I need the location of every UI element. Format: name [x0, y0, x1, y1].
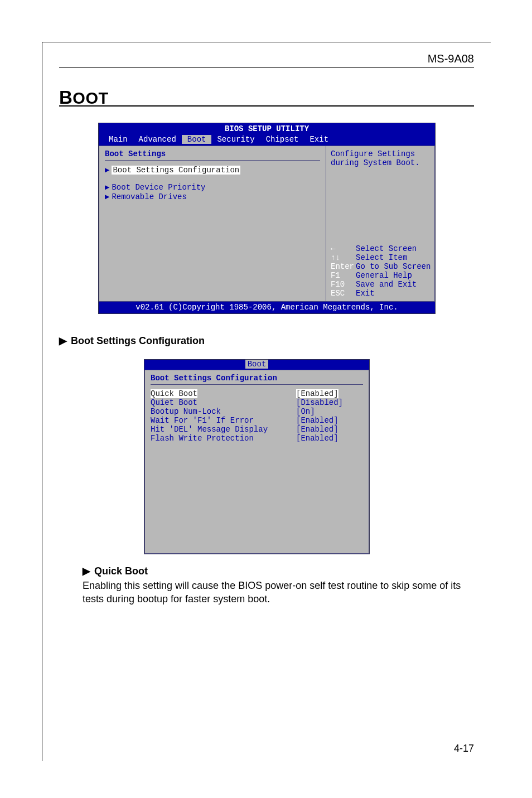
row-value: [On] — [296, 407, 363, 416]
bios-tab-main[interactable]: Main — [103, 135, 133, 144]
bios2-row[interactable]: Wait For 'F1' If Error [Enabled] — [151, 416, 363, 425]
key-row: ↑↓Select Item — [331, 253, 430, 262]
row-label: Quick Boot — [151, 389, 197, 398]
row-label: Bootup Num-Lock — [151, 407, 296, 416]
triangle-icon: ▶ — [105, 183, 109, 192]
triangle-icon: ▶ — [105, 166, 109, 175]
bios-help-text: Configure Settings during System Boot. — [331, 149, 430, 167]
key-desc: Select Screen — [356, 244, 417, 253]
bios-footer: v02.61 (C)Copyright 1985-2006, American … — [99, 302, 435, 313]
key-row: ←Select Screen — [331, 244, 430, 253]
row-value: [Enabled] — [296, 434, 363, 443]
row-label: Flash Write Protection — [151, 434, 296, 443]
key-row: EnterGo to Sub Screen — [331, 262, 430, 271]
row-value: [Disabled] — [296, 398, 363, 407]
spacer — [105, 175, 320, 182]
key-symbol: Enter — [331, 262, 356, 271]
key-desc: Select Item — [356, 253, 407, 262]
header-rule — [59, 67, 474, 68]
key-symbol: ↑↓ — [331, 253, 356, 262]
bios-tab-boot[interactable]: Boot — [182, 135, 212, 144]
subsection-title: Boot Settings Configuration — [71, 335, 205, 346]
subsection-heading: ▶ Boot Settings Configuration — [59, 335, 205, 347]
bios-screenshot-main: BIOS SETUP UTILITY Main Advanced Boot Se… — [98, 123, 436, 314]
key-row: ESCExit — [331, 289, 430, 298]
bios-title: BIOS SETUP UTILITY — [99, 123, 435, 134]
row-value: [Enabled] — [296, 389, 338, 398]
bios-tab-advanced[interactable]: Advanced — [133, 135, 182, 144]
key-desc: Exit — [356, 289, 375, 298]
triangle-icon: ▶ — [83, 565, 90, 577]
key-symbol: F10 — [331, 280, 356, 289]
triangle-icon: ▶ — [105, 192, 109, 201]
bios2-row[interactable]: Bootup Num-Lock [On] — [151, 407, 363, 416]
bios2-row[interactable]: Flash Write Protection [Enabled] — [151, 434, 363, 443]
key-symbol: ESC — [331, 289, 356, 298]
bios-left-pane: Boot Settings ▶Boot Settings Configurati… — [99, 146, 326, 302]
bios-item-label: Removable Drives — [112, 192, 186, 201]
bios2-tab-row: Boot — [144, 360, 369, 370]
key-row: F1General Help — [331, 271, 430, 280]
key-desc: Go to Sub Screen — [356, 262, 431, 271]
key-symbol: ← — [331, 244, 356, 253]
bios2-heading: Boot Settings Configuration — [151, 374, 363, 383]
bios2-row[interactable]: Hit 'DEL' Message Display [Enabled] — [151, 425, 363, 434]
row-label: Hit 'DEL' Message Display — [151, 425, 296, 434]
row-label: Quiet Boot — [151, 398, 296, 407]
row-value: [Enabled] — [296, 416, 363, 425]
bios-menu-item[interactable]: ▶Boot Device Priority — [105, 182, 320, 192]
subsection-heading: ▶ Quick Boot — [83, 565, 148, 577]
bios-tab-exit[interactable]: Exit — [304, 135, 334, 144]
body-paragraph: Enabling this setting will cause the BIO… — [83, 579, 474, 606]
key-desc: Save and Exit — [356, 280, 417, 289]
help-line: Configure Settings — [331, 149, 430, 158]
page-frame: MS-9A08 BOOT BIOS SETUP UTILITY Main Adv… — [42, 42, 491, 761]
bios2-body: Boot Settings Configuration Quick Boot [… — [144, 370, 369, 554]
bios2-divider — [151, 384, 363, 385]
help-line: during System Boot. — [331, 158, 430, 167]
bios-menu-item[interactable]: ▶Boot Settings Configuration — [105, 165, 320, 175]
section-title-cap: B — [59, 87, 72, 108]
page-number: 4-17 — [454, 743, 474, 755]
bios2-row[interactable]: Quick Boot [Enabled] — [151, 389, 363, 398]
doc-header-label: MS-9A08 — [428, 52, 474, 65]
triangle-icon: ▶ — [59, 335, 67, 346]
subsection-title: Quick Boot — [94, 565, 148, 577]
bios-item-label: Boot Device Priority — [112, 183, 205, 192]
bios-tabs: Main Advanced Boot Security Chipset Exit — [99, 134, 435, 146]
bios-menu-item[interactable]: ▶Removable Drives — [105, 192, 320, 201]
bios2-row[interactable]: Quiet Boot [Disabled] — [151, 398, 363, 407]
key-desc: General Help — [356, 271, 412, 280]
key-row: F10Save and Exit — [331, 280, 430, 289]
bios-body: Boot Settings ▶Boot Settings Configurati… — [99, 146, 435, 302]
key-symbol: F1 — [331, 271, 356, 280]
bios2-tab: Boot — [245, 360, 269, 369]
section-rule — [59, 105, 474, 107]
row-value: [Enabled] — [296, 425, 363, 434]
bios-right-pane: Configure Settings during System Boot. ←… — [326, 146, 435, 302]
section-title-rest: OOT — [72, 89, 108, 107]
row-label: Wait For 'F1' If Error — [151, 416, 296, 425]
bios-left-heading: Boot Settings — [105, 149, 320, 158]
bios-tab-security[interactable]: Security — [211, 135, 260, 144]
bios-screenshot-sub: Boot Boot Settings Configuration Quick B… — [144, 359, 370, 554]
bios-left-divider — [105, 160, 320, 161]
bios-item-label: Boot Settings Configuration — [112, 166, 240, 175]
bios-tab-chipset[interactable]: Chipset — [260, 135, 304, 144]
bios-key-legend: ←Select Screen ↑↓Select Item EnterGo to … — [331, 244, 430, 298]
